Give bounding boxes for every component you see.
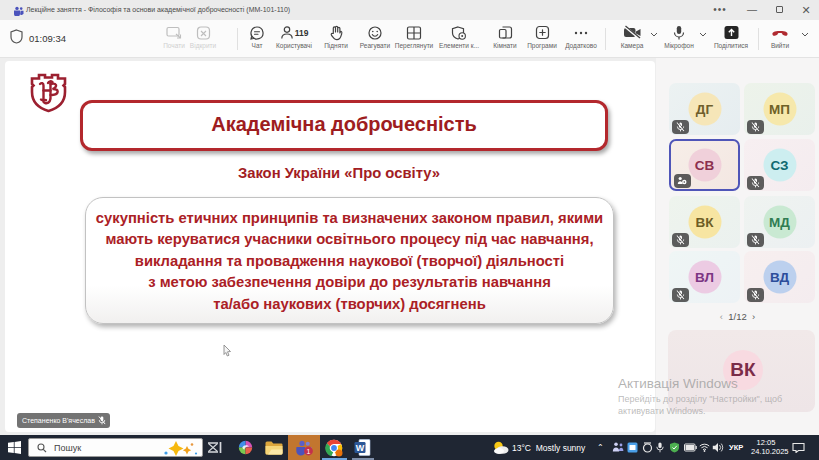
- svg-text:1: 1: [307, 448, 311, 455]
- svg-text:W: W: [356, 443, 365, 453]
